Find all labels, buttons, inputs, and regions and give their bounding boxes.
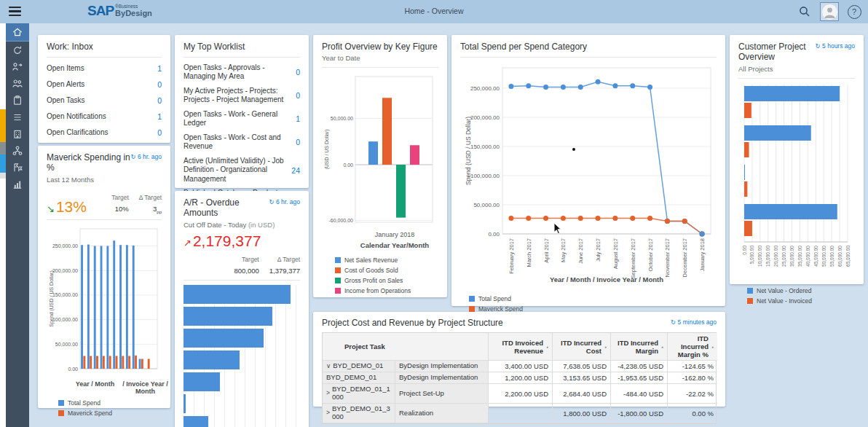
bar-total-spend[interactable] <box>126 245 128 369</box>
sidebar-item-people[interactable] <box>6 75 29 92</box>
collapse-chevron-icon[interactable]: ∨ <box>326 363 331 370</box>
cell-project-task-id[interactable]: >BYD_DEMO_01_3000 <box>323 404 395 423</box>
bar-income-from-operations[interactable] <box>410 146 419 165</box>
table-row[interactable]: ∨BYD_DEMO_01ByDesign Implementation3,400… <box>323 361 716 372</box>
bar-total-spend[interactable] <box>119 245 122 369</box>
help-icon[interactable]: ? <box>846 4 862 20</box>
bar-maverick-spend[interactable] <box>135 355 137 368</box>
column-header-project-task[interactable]: Project Task <box>323 333 489 361</box>
bar-maverick-spend[interactable] <box>103 356 105 369</box>
sidebar-item-org-chart[interactable] <box>6 142 29 159</box>
bar-net-value-invoiced[interactable] <box>744 103 751 118</box>
point-total-spend[interactable] <box>543 85 548 90</box>
overdue-bar[interactable] <box>184 416 208 427</box>
inbox-row-count[interactable]: 0 <box>157 96 162 105</box>
overdue-bar[interactable] <box>184 307 272 326</box>
inbox-row[interactable]: Open Alerts0 <box>47 77 162 93</box>
column-header[interactable]: ITD Incurred Margin● <box>611 333 668 361</box>
sidebar-item-worklist[interactable] <box>6 109 29 125</box>
worklist-row[interactable]: Open Tasks - Work - General Ledger1 <box>184 107 300 130</box>
bar-maverick-spend[interactable] <box>141 359 143 368</box>
worklist-row-count[interactable]: 0 <box>296 91 300 100</box>
bar-net-value-ordered[interactable] <box>744 204 837 219</box>
inbox-row-count[interactable]: 0 <box>157 80 162 89</box>
inbox-row[interactable]: Open Tasks0 <box>47 93 162 109</box>
column-header[interactable]: ITD Invoiced Revenue● <box>489 333 553 361</box>
overdue-bar[interactable] <box>184 329 264 348</box>
sidebar-item-share[interactable] <box>6 58 29 75</box>
bar-cost-of-goods-sold[interactable] <box>382 98 392 165</box>
sidebar-item-building[interactable] <box>6 125 29 142</box>
worklist-row-count[interactable]: 0 <box>296 68 300 77</box>
inbox-row[interactable]: Open Notifications1 <box>47 109 162 125</box>
bar-net-value-ordered[interactable] <box>744 125 811 141</box>
sidebar-item-clipboard[interactable] <box>6 92 29 109</box>
bar-total-spend[interactable] <box>94 246 96 368</box>
point-maverick-spend[interactable] <box>508 216 513 221</box>
worklist-row-count[interactable]: 1 <box>296 114 300 123</box>
point-maverick-spend[interactable] <box>612 216 618 221</box>
bar-total-spend[interactable] <box>133 246 135 369</box>
point-total-spend[interactable] <box>630 84 635 89</box>
worklist-row[interactable]: Open Tasks - Approvals - Managing My Are… <box>184 60 300 84</box>
table-row[interactable]: >BYD_DEMO_01_1000Project Set-Up2,200.00 … <box>323 384 716 404</box>
inbox-row[interactable]: Open Items1 <box>47 60 162 77</box>
sidebar-item-workflow[interactable] <box>6 159 29 176</box>
sidebar-item-sync[interactable] <box>6 42 29 58</box>
bar-maverick-spend[interactable] <box>96 356 98 369</box>
overdue-bar[interactable] <box>184 350 240 369</box>
worklist-row[interactable]: Active (Unlimited Validity) - Job Defini… <box>184 154 300 187</box>
bar-maverick-spend[interactable] <box>122 356 124 369</box>
refresh-timestamp[interactable]: ↻ 5 hours ago <box>816 42 855 50</box>
column-header[interactable]: ITD Incurred Cost● <box>553 333 611 361</box>
bar-net-value-invoiced[interactable] <box>744 221 752 236</box>
worklist-row-count[interactable]: 0 <box>296 138 300 146</box>
bar-net-sales-revenue[interactable] <box>368 142 378 165</box>
bar-net-value-ordered[interactable] <box>744 86 840 101</box>
bar-gross-profit-on-sales[interactable] <box>396 165 406 218</box>
point-maverick-spend[interactable] <box>526 216 531 221</box>
table-row[interactable]: BYD_DEMO_01ByDesign Implementation1,200.… <box>323 372 716 384</box>
bar-total-spend[interactable] <box>81 245 83 369</box>
point-total-spend[interactable] <box>526 84 531 89</box>
point-maverick-spend[interactable] <box>578 216 583 221</box>
point-maverick-spend[interactable] <box>682 219 687 224</box>
inbox-row-count[interactable]: 1 <box>157 64 162 73</box>
point-total-spend[interactable] <box>508 84 513 89</box>
point-total-spend[interactable] <box>596 79 601 85</box>
hamburger-menu-icon[interactable] <box>9 7 21 16</box>
bar-net-value-invoiced[interactable] <box>744 142 749 157</box>
bar-total-spend[interactable] <box>100 246 103 368</box>
point-total-spend[interactable] <box>647 85 652 90</box>
bar-net-value-invoiced[interactable] <box>744 181 747 197</box>
sidebar-item-bar-chart[interactable] <box>6 176 29 192</box>
cell-project-task-id[interactable]: BYD_DEMO_01 <box>323 372 395 384</box>
inbox-row-count[interactable]: 1 <box>157 112 162 121</box>
inbox-row[interactable]: Open Clarifications0 <box>47 125 162 141</box>
sidebar-item-home[interactable] <box>6 23 29 42</box>
bar-maverick-spend[interactable] <box>116 356 118 369</box>
bar-total-spend[interactable] <box>106 246 108 368</box>
overdue-bar[interactable] <box>184 394 186 413</box>
column-header[interactable]: ITD Incurred Margin %● <box>668 333 717 361</box>
point-maverick-spend[interactable] <box>647 216 652 221</box>
bar-maverick-spend[interactable] <box>109 356 111 369</box>
user-avatar[interactable] <box>820 2 839 21</box>
bar-total-spend[interactable] <box>87 244 90 368</box>
worklist-row-count[interactable]: 24 <box>291 166 300 175</box>
bar-maverick-spend[interactable] <box>128 356 130 369</box>
point-maverick-spend[interactable] <box>543 216 548 221</box>
refresh-timestamp[interactable]: ↻ 5 minutes ago <box>671 318 717 326</box>
refresh-timestamp[interactable]: ↻ 6 hr. ago <box>269 198 300 205</box>
overdue-bar[interactable] <box>184 372 220 391</box>
worklist-row[interactable]: Open Tasks - Work - Cost and Revenue0 <box>184 130 300 154</box>
refresh-timestamp[interactable]: ↻ 6 hr. ago <box>130 153 162 160</box>
point-maverick-spend[interactable] <box>561 216 566 221</box>
point-maverick-spend[interactable] <box>665 219 670 224</box>
inbox-row-count[interactable]: 0 <box>157 128 162 137</box>
bar-total-spend[interactable] <box>139 359 141 368</box>
expand-chevron-icon[interactable]: > <box>326 410 330 417</box>
point-total-spend[interactable] <box>578 85 583 90</box>
cell-project-task-id[interactable]: >BYD_DEMO_01_1000 <box>323 384 395 404</box>
bar-net-value-ordered[interactable] <box>744 165 745 180</box>
